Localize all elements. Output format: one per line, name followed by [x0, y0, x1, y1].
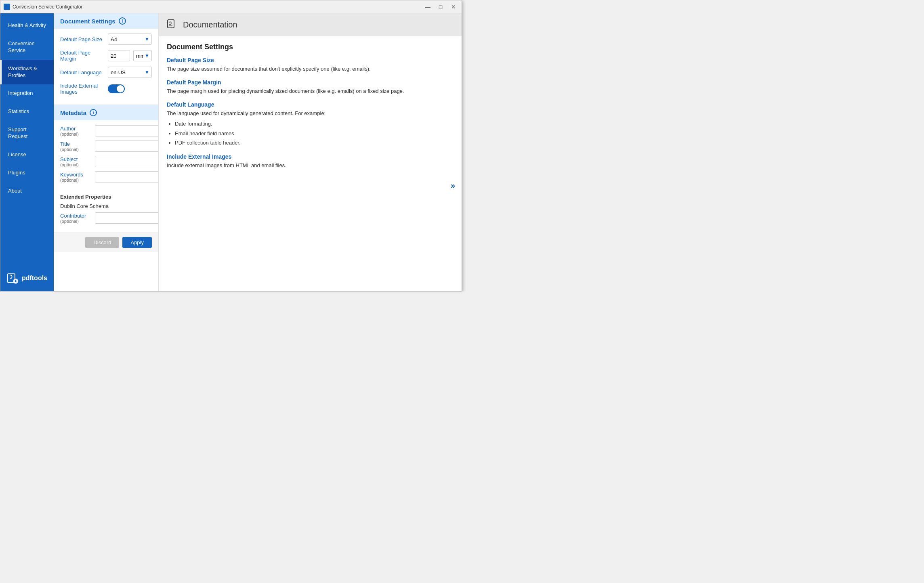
app-icon	[4, 4, 10, 10]
keywords-label: Keywords	[60, 172, 83, 178]
sidebar-nav: Health & Activity Conversion Service Wor…	[0, 13, 54, 265]
doc-footer: »	[159, 176, 462, 195]
keywords-optional: (optional)	[60, 178, 92, 182]
metadata-section: Metadata i Author (optional) ⚙	[54, 105, 158, 233]
form-panel: Document Settings i Default Page Size A4…	[54, 13, 159, 291]
toggle-slider	[108, 84, 125, 93]
title-optional: (optional)	[60, 147, 92, 152]
author-row: Author (optional) ⚙	[60, 125, 152, 136]
doc-body: Document Settings Default Page Size The …	[159, 36, 462, 176]
subject-label: Subject	[60, 156, 78, 162]
sidebar-logo: pdftools	[0, 265, 54, 291]
keywords-label-block: Keywords (optional)	[60, 171, 92, 182]
contributor-label: Contributor	[60, 213, 86, 219]
default-page-size-select[interactable]: A4 Letter Legal A3 A5	[108, 34, 152, 45]
doc-header: Documentation	[159, 13, 462, 36]
author-label-block: Author (optional)	[60, 125, 92, 136]
doc-include-external-images-text: Include external images from HTML and em…	[167, 161, 454, 170]
include-external-images-toggle[interactable]	[108, 84, 125, 93]
metadata-title: Metadata	[60, 109, 86, 116]
doc-default-page-size-text: The page size assumed for documents that…	[167, 65, 454, 73]
default-page-size-select-wrapper: A4 Letter Legal A3 A5 ▼	[108, 34, 152, 45]
margin-unit-select[interactable]: mm cm in pt	[133, 50, 152, 61]
subject-row: Subject (optional) ⚙	[60, 156, 152, 167]
keywords-row: Keywords (optional) ⚙	[60, 171, 152, 182]
doc-default-language-title: Default Language	[167, 101, 454, 108]
extended-properties-header: Extended Properties	[54, 191, 158, 202]
doc-header-title: Documentation	[183, 20, 237, 29]
author-optional: (optional)	[60, 132, 92, 136]
title-bar: Conversion Service Configurator — □ ✕	[0, 0, 462, 13]
contributor-row: Contributor (optional) ⚙	[60, 212, 152, 224]
apply-button[interactable]: Apply	[122, 237, 152, 248]
extended-body: Contributor (optional) ⚙	[54, 212, 158, 233]
author-input[interactable]	[95, 125, 159, 136]
doc-language-list-item-1: Email header field names.	[175, 129, 454, 138]
doc-default-language-text: The language used for dynamically genera…	[167, 109, 454, 118]
main-content: Document Settings i Default Page Size A4…	[54, 13, 462, 291]
document-settings-body: Default Page Size A4 Letter Legal A3 A5 …	[54, 29, 158, 105]
extended-properties-label: Extended Properties	[60, 194, 111, 200]
margin-unit-select-wrapper: mm cm in pt ▼	[133, 50, 152, 61]
logo-text: pdftools	[22, 275, 47, 282]
keywords-input[interactable]	[95, 171, 159, 182]
metadata-info-icon[interactable]: i	[90, 109, 97, 116]
title-label: Title	[60, 141, 70, 147]
app-body: Health & Activity Conversion Service Wor…	[0, 13, 462, 291]
dublin-core-label: Dublin Core Schema	[54, 202, 158, 212]
sidebar-item-support-request[interactable]: Support Request	[0, 121, 54, 146]
document-settings-title: Document Settings	[60, 18, 116, 25]
doc-language-list-item-2: PDF collection table header.	[175, 138, 454, 147]
subject-input[interactable]	[95, 156, 159, 167]
title-input[interactable]	[95, 141, 159, 152]
close-button[interactable]: ✕	[449, 3, 458, 11]
contributor-input[interactable]	[95, 212, 159, 224]
maximize-button[interactable]: □	[436, 3, 445, 11]
include-external-images-row: Include External Images	[60, 83, 152, 95]
doc-svg-icon	[166, 19, 177, 30]
default-language-select[interactable]: en-US en-GB de-DE fr-FR es-ES	[108, 67, 152, 78]
doc-include-external-images-title: Include External Images	[167, 153, 454, 160]
default-page-margin-row: Default Page Margin mm cm in pt ▼	[60, 50, 152, 62]
doc-default-page-size-title: Default Page Size	[167, 57, 454, 63]
sidebar-item-plugins[interactable]: Plugins	[0, 164, 54, 182]
title-label-block: Title (optional)	[60, 141, 92, 152]
default-language-label: Default Language	[60, 69, 105, 75]
document-settings-info-icon[interactable]: i	[119, 17, 126, 25]
window-controls: — □ ✕	[423, 3, 458, 11]
sidebar-item-license[interactable]: License	[0, 146, 54, 164]
default-page-margin-label: Default Page Margin	[60, 50, 105, 62]
include-external-images-label: Include External Images	[60, 83, 105, 95]
pdftools-logo-icon	[7, 272, 19, 285]
form-footer: Discard Apply	[54, 233, 158, 252]
metadata-body: Author (optional) ⚙ Title (optional)	[54, 120, 158, 191]
doc-language-list-item-0: Date formatting.	[175, 119, 454, 128]
documentation-icon	[165, 18, 178, 31]
discard-button[interactable]: Discard	[85, 237, 119, 248]
doc-next-button[interactable]: »	[451, 181, 455, 190]
sidebar-item-statistics[interactable]: Statistics	[0, 103, 54, 121]
sidebar-item-health-activity[interactable]: Health & Activity	[0, 17, 54, 35]
doc-default-page-margin-title: Default Page Margin	[167, 79, 454, 86]
default-page-size-row: Default Page Size A4 Letter Legal A3 A5 …	[60, 34, 152, 45]
contributor-optional: (optional)	[60, 219, 92, 224]
subject-label-block: Subject (optional)	[60, 156, 92, 167]
metadata-header: Metadata i	[54, 105, 158, 120]
sidebar-item-integration[interactable]: Integration	[0, 84, 54, 103]
default-page-margin-input[interactable]	[108, 50, 130, 61]
author-label: Author	[60, 126, 76, 132]
default-page-size-label: Default Page Size	[60, 36, 105, 42]
default-language-row: Default Language en-US en-GB de-DE fr-FR…	[60, 67, 152, 78]
doc-main-title: Document Settings	[167, 43, 454, 51]
minimize-button[interactable]: —	[423, 3, 433, 11]
doc-language-list: Date formatting. Email header field name…	[175, 119, 454, 147]
document-settings-header: Document Settings i	[54, 13, 158, 29]
doc-default-page-margin-text: The page margin used for placing dynamic…	[167, 87, 454, 96]
sidebar-item-workflows-profiles[interactable]: Workflows & Profiles	[0, 60, 54, 85]
title-row: Title (optional) ⚙	[60, 141, 152, 152]
sidebar-item-conversion-service[interactable]: Conversion Service	[0, 35, 54, 60]
app-window: Conversion Service Configurator — □ ✕ He…	[0, 0, 462, 292]
contributor-label-block: Contributor (optional)	[60, 212, 92, 224]
title-bar-text: Conversion Service Configurator	[13, 4, 423, 10]
sidebar-item-about[interactable]: About	[0, 182, 54, 200]
